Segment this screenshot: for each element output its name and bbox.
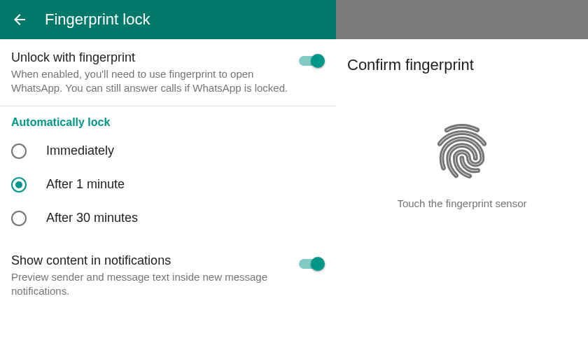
radio-after-1-minute[interactable]: After 1 minute — [11, 168, 325, 202]
setting-description: Preview sender and message text inside n… — [11, 270, 288, 299]
autolock-section-header: Automatically lock — [0, 106, 336, 134]
radio-immediately[interactable]: Immediately — [11, 134, 325, 168]
notifications-content-toggle[interactable] — [297, 256, 325, 272]
unlock-fingerprint-setting[interactable]: Unlock with fingerprint When enabled, yo… — [0, 39, 336, 106]
gray-header-bar — [336, 0, 588, 39]
setting-title: Show content in notifications — [11, 253, 288, 268]
setting-description: When enabled, you'll need to use fingerp… — [11, 67, 288, 96]
switch-thumb — [311, 257, 325, 271]
radio-label: Immediately — [46, 144, 114, 158]
radio-after-30-minutes[interactable]: After 30 minutes — [11, 202, 325, 235]
setting-title: Unlock with fingerprint — [11, 50, 288, 65]
autolock-radio-group: Immediately After 1 minute After 30 minu… — [0, 134, 336, 242]
appbar-title: Fingerprint lock — [45, 10, 150, 29]
settings-pane: Fingerprint lock Unlock with fingerprint… — [0, 0, 336, 364]
switch-thumb — [311, 54, 325, 68]
notifications-content-setting[interactable]: Show content in notifications Preview se… — [0, 242, 336, 309]
appbar: Fingerprint lock — [0, 0, 336, 39]
back-button[interactable] — [11, 11, 28, 28]
confirm-pane: Confirm fingerprint Touch the fingerprin… — [336, 0, 588, 364]
fingerprint-instruction: Touch the fingerprint sensor — [397, 197, 526, 209]
radio-circle-icon — [11, 144, 27, 159]
unlock-fingerprint-toggle[interactable] — [297, 53, 325, 69]
back-arrow-icon — [11, 11, 28, 28]
radio-label: After 1 minute — [46, 177, 125, 192]
fingerprint-icon — [430, 116, 493, 186]
radio-circle-icon — [11, 211, 27, 226]
radio-circle-icon — [11, 177, 27, 192]
radio-label: After 30 minutes — [46, 211, 138, 225]
confirm-title: Confirm fingerprint — [347, 56, 474, 74]
